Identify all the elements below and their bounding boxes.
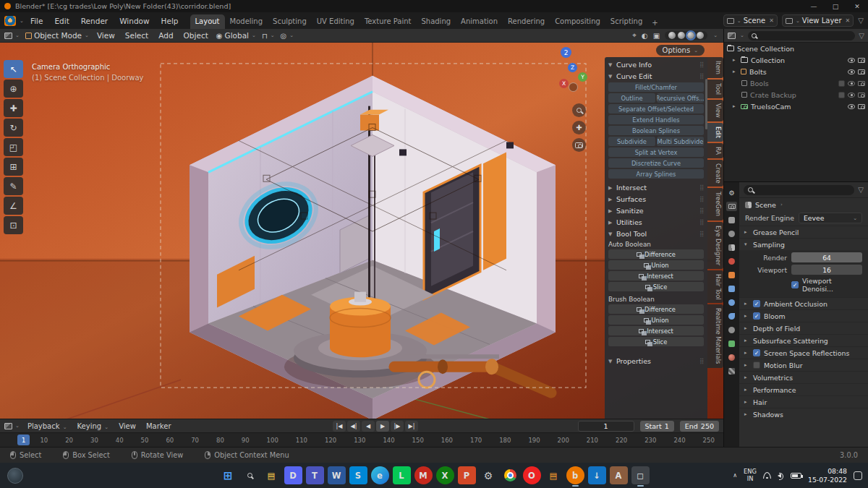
annotate-tool[interactable]: ✎ [4, 177, 23, 195]
separate-offset-button[interactable]: Separate Offset/Selected [608, 104, 704, 114]
section-depth-of-field[interactable]: ▸ Depth of Field [739, 322, 868, 334]
discretize-curve-button[interactable]: Discretize Curve [608, 158, 704, 168]
outliner-row-trueisocam[interactable]: ▸ TrueIsoCam [724, 100, 868, 112]
xray-toggle-icon[interactable]: ▣ [653, 32, 660, 40]
add-workspace-button[interactable]: + [647, 17, 662, 29]
mode-selector[interactable]: Object Mode ⌄ [25, 31, 89, 40]
workspace-tab-compositing[interactable]: Compositing [550, 14, 605, 29]
section-bool-tool[interactable]: ▼ Bool Tool ⣿ [607, 228, 705, 239]
wifi-icon[interactable] [763, 472, 771, 479]
menu-view-timeline[interactable]: View [116, 421, 138, 432]
add-cube-tool[interactable]: ⊡ [4, 216, 23, 234]
settings-gear-icon[interactable]: ⚙ [480, 466, 498, 484]
auto-intersect-button[interactable]: Intersect [608, 271, 704, 281]
hide-eye-icon[interactable] [848, 58, 855, 63]
notification-center-icon[interactable] [854, 471, 862, 480]
render-visibility-icon[interactable] [858, 104, 865, 109]
bloom-checkbox[interactable] [753, 312, 760, 320]
tab-object-icon[interactable] [726, 270, 737, 280]
transform-orientation-selector[interactable]: ◉ Global ⌄ [216, 31, 256, 40]
tab-item[interactable]: Item [707, 57, 723, 78]
search-button[interactable] [241, 466, 259, 484]
section-utilities[interactable]: ▶ Utilities ⣿ [607, 216, 705, 228]
tab-physics-icon[interactable] [726, 312, 737, 321]
hide-eye-icon[interactable] [848, 93, 855, 98]
jump-to-start-button[interactable]: |◀ [333, 421, 346, 432]
section-sanitize[interactable]: ▶ Sanitize ⣿ [607, 205, 705, 216]
section-curve-edit[interactable]: ▼ Curve Edit ⣿ [607, 70, 705, 82]
tab-modifiers-icon[interactable] [726, 284, 737, 294]
workspace-tab-texture-paint[interactable]: Texture Paint [359, 14, 417, 29]
tab-tool[interactable]: Tool [707, 80, 723, 98]
current-frame-marker[interactable]: 1 [17, 435, 30, 445]
zoom-button[interactable] [572, 103, 586, 117]
ssr-checkbox[interactable] [753, 349, 760, 356]
clock[interactable]: 08:48 15-07-2022 [808, 467, 847, 484]
transform-tool[interactable]: ⊞ [4, 158, 23, 176]
tab-tool-icon[interactable]: ⚙ [726, 188, 737, 197]
unlink-scene-icon[interactable]: ✕ [769, 17, 774, 24]
filter-icon[interactable]: ▽ [859, 32, 864, 40]
tab-world-icon[interactable] [726, 257, 737, 266]
menu-marker[interactable]: Marker [144, 421, 174, 432]
selectability-checkbox[interactable] [838, 80, 845, 87]
tab-eye-designer[interactable]: Eye Designer [707, 222, 723, 269]
tab-constraints-icon[interactable] [726, 325, 737, 335]
download-arrow-icon[interactable]: ↓ [588, 466, 606, 484]
hide-eye-icon[interactable] [848, 69, 855, 74]
menu-render[interactable]: Render [76, 14, 113, 28]
teams-icon[interactable]: T [306, 466, 324, 484]
disclosure-icon[interactable]: ▸ [733, 103, 738, 109]
menu-view[interactable]: View [95, 30, 117, 41]
proportional-editing-toggle[interactable]: ◎ ⌄ [281, 32, 294, 40]
discord-icon[interactable]: D [284, 466, 302, 484]
outliner-row-scene-collection[interactable]: Scene Collection [724, 43, 868, 54]
3d-viewport[interactable]: ↖ ⊕ ✚ ↻ ◰ ⊞ ✎ ∠ ⊡ Camera Orthographic (1… [0, 43, 723, 419]
outliner-row-collection[interactable]: ▸ Collection [724, 54, 868, 66]
volume-icon[interactable] [778, 474, 781, 478]
menu-playback[interactable]: Playback ⌄ [25, 421, 69, 432]
section-grease-pencil[interactable]: ▸ Grease Pencil [739, 226, 868, 238]
pan-button[interactable]: ✚ [572, 121, 586, 134]
frame-end-field[interactable]: End 250 [680, 421, 719, 432]
next-keyframe-button[interactable]: |▶ [391, 421, 404, 432]
minimize-button[interactable]: — [803, 0, 825, 12]
disclosure-icon[interactable]: ▸ [733, 57, 738, 63]
tab-data-icon[interactable] [726, 339, 737, 348]
render-visibility-icon[interactable] [858, 81, 865, 86]
brush-intersect-button[interactable]: Intersect [608, 326, 704, 335]
widgets-icon[interactable] [7, 468, 23, 484]
frame-start-field[interactable]: Start 1 [640, 421, 674, 432]
workspace-tab-sculpting[interactable]: Sculpting [268, 14, 312, 29]
section-volumetrics[interactable]: ▸ Volumetrics [739, 371, 868, 383]
chrome-icon[interactable] [501, 466, 519, 484]
axis-z-handle[interactable]: Z [568, 63, 577, 72]
tab-material-icon[interactable] [726, 353, 737, 362]
brush-difference-button[interactable]: Difference [608, 304, 704, 314]
powerpoint-icon[interactable]: P [458, 466, 476, 484]
active-window-icon[interactable]: ◻ [631, 466, 650, 484]
show-gizmo-icon[interactable]: ⌖ [632, 31, 637, 40]
grip-icon[interactable]: ⣿ [699, 196, 704, 202]
section-shadows[interactable]: ▸ Shadows [739, 408, 868, 420]
section-subsurface-scattering[interactable]: ▸ Subsurface Scattering [739, 334, 868, 346]
menu-keying[interactable]: Keying ⌄ [75, 421, 111, 432]
grip-icon[interactable]: ⣿ [699, 184, 704, 191]
maximize-button[interactable]: □ [825, 0, 846, 12]
auto-union-button[interactable]: Union [608, 260, 704, 270]
outliner-row-crate-backup[interactable]: Crate Backup [724, 89, 868, 100]
start-button[interactable]: ⊞ [219, 466, 237, 484]
menu-object[interactable]: Object [182, 30, 210, 41]
battery-icon[interactable] [791, 473, 801, 479]
previous-keyframe-button[interactable]: ◀| [347, 421, 360, 432]
filter-icon[interactable]: ▽ [858, 186, 864, 194]
recursive-offset-button[interactable]: Recursive Offs... [657, 93, 704, 103]
timeline-ruler[interactable]: 1 1 10 20 30 40 50 60 70 80 90 100 110 1… [0, 432, 723, 447]
timeline-editor-selector[interactable]: ⌄ [4, 423, 20, 429]
view-layer-selector[interactable]: ⌄ View Layer ✕ [782, 14, 854, 27]
array-splines-button[interactable]: Array Splines [608, 169, 704, 179]
hide-eye-icon[interactable] [848, 81, 855, 86]
section-ambient-occlusion[interactable]: ▸ Ambient Occlusion [739, 297, 868, 309]
render-visibility-icon[interactable] [858, 69, 865, 74]
workspace-tab-animation[interactable]: Animation [456, 14, 503, 29]
